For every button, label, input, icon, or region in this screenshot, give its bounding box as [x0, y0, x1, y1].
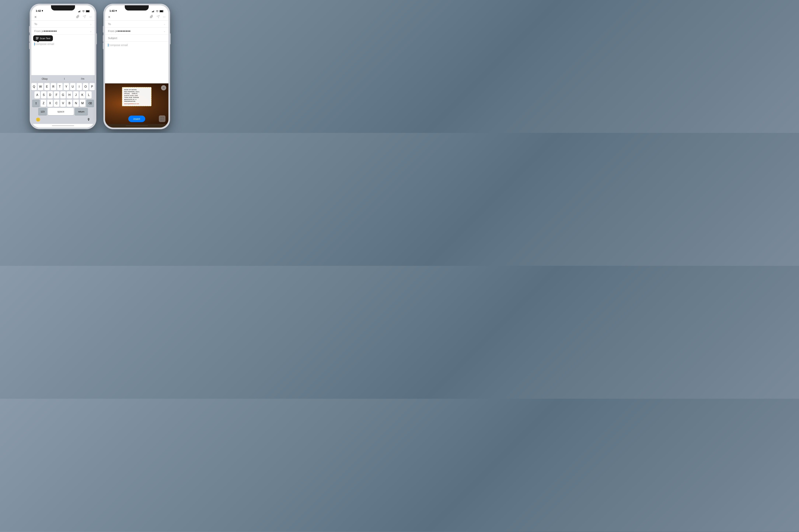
send-button-2[interactable]: [157, 15, 160, 19]
key-t[interactable]: T: [57, 83, 63, 90]
from-chevron-1: ⌄: [90, 30, 92, 32]
key-h[interactable]: H: [67, 91, 72, 99]
from-field-1[interactable]: From je■■■■■■■■ ⌄: [31, 27, 95, 35]
more-button-1[interactable]: ···: [89, 15, 92, 19]
svg-rect-14: [160, 11, 163, 12]
more-button-2[interactable]: ···: [163, 15, 165, 19]
key-row-2: A S D F G H J K L: [32, 91, 94, 99]
key-v[interactable]: V: [60, 100, 66, 107]
key-m[interactable]: M: [80, 100, 85, 107]
location-icon-2: [115, 10, 117, 12]
wifi-icon-1: [82, 10, 85, 12]
camera-close-button[interactable]: [161, 85, 166, 90]
send-button-1[interactable]: [83, 15, 86, 19]
attach-button-1[interactable]: [76, 15, 79, 19]
close-button-2[interactable]: ✕: [108, 15, 110, 19]
key-g[interactable]: G: [60, 91, 66, 99]
battery-icon-2: [160, 10, 164, 12]
key-n[interactable]: N: [73, 100, 79, 107]
svg-rect-0: [78, 12, 79, 12]
emoji-button-1[interactable]: 🙂: [36, 117, 40, 122]
svg-rect-17: [161, 119, 162, 120]
mail-header-icons-1: ···: [76, 15, 92, 19]
key-r[interactable]: R: [51, 83, 56, 90]
key-c[interactable]: C: [54, 100, 59, 107]
close-button-1[interactable]: ✕: [34, 15, 37, 19]
to-chevron-2: ⌄: [164, 23, 165, 25]
phone-1-screen: 1:42: [31, 5, 95, 128]
compose-area-1[interactable]: Scan Text Compose email: [31, 35, 95, 75]
notch-1: [51, 5, 75, 11]
key-shift[interactable]: ⇧: [32, 100, 40, 107]
from-value-1: je■■■■■■■■: [42, 30, 90, 32]
subject-field-2[interactable]: Subject: [105, 35, 168, 42]
key-a[interactable]: A: [34, 91, 40, 99]
key-u[interactable]: U: [70, 83, 75, 90]
svg-rect-9: [152, 12, 152, 12]
key-l[interactable]: L: [86, 91, 92, 99]
label-ingredients-text: MADE OF WATER,RED PEPPERS, SALT,SPICES, …: [124, 89, 149, 102]
signal-icon-1: [78, 10, 81, 12]
key-delete[interactable]: ⌫: [86, 100, 94, 107]
key-space[interactable]: space: [48, 108, 74, 115]
key-q[interactable]: Q: [31, 83, 37, 90]
key-w[interactable]: W: [38, 83, 43, 90]
compose-area-2[interactable]: Compose email: [105, 42, 168, 83]
key-b[interactable]: B: [67, 100, 72, 107]
insert-button[interactable]: insert: [128, 116, 145, 122]
to-label-1: To: [34, 22, 42, 25]
compose-placeholder-1: Compose email: [35, 42, 54, 45]
home-bar-1: [52, 125, 74, 126]
scan-icon: [36, 37, 39, 40]
scan-text-tooltip[interactable]: Scan Text: [33, 35, 53, 41]
key-z[interactable]: Z: [41, 100, 46, 107]
keyboard-1: Okay I I'm Q W E R T Y U I O P: [31, 75, 95, 124]
mail-compose-1: ✕ ··· To ⌄ From j: [31, 14, 95, 124]
to-field-2[interactable]: To ⌄: [105, 21, 168, 27]
attach-button-2[interactable]: [150, 15, 153, 19]
key-123[interactable]: 123: [38, 108, 47, 115]
svg-rect-3: [80, 10, 81, 12]
mic-button-1[interactable]: 🎙: [87, 118, 90, 121]
key-o[interactable]: O: [83, 83, 88, 90]
keyboard-bottom-bar-1: 🙂 🎙: [32, 116, 94, 123]
signal-icon-2: [152, 10, 155, 12]
key-return[interactable]: return: [75, 108, 88, 115]
key-p[interactable]: P: [89, 83, 95, 90]
home-indicator-2: [105, 124, 168, 128]
key-f[interactable]: F: [54, 91, 59, 99]
mail-toolbar-2: ✕ ···: [105, 14, 168, 21]
suggestion-okay[interactable]: Okay: [40, 77, 50, 80]
scan-camera-icon: [160, 117, 164, 120]
key-s[interactable]: S: [41, 91, 47, 99]
svg-rect-2: [79, 11, 80, 12]
key-y[interactable]: Y: [63, 83, 69, 90]
to-field-1[interactable]: To ⌄: [31, 21, 95, 27]
key-d[interactable]: D: [47, 91, 53, 99]
from-value-2: je■■■■■■■■: [115, 30, 164, 32]
from-label-2: From: [108, 30, 115, 33]
key-x[interactable]: X: [47, 100, 53, 107]
to-chevron-1: ⌄: [90, 23, 92, 25]
home-bar-2: [126, 125, 148, 126]
suggestion-i[interactable]: I: [62, 77, 67, 80]
svg-rect-6: [36, 37, 37, 38]
key-j[interactable]: J: [73, 91, 79, 99]
from-label-1: From: [34, 30, 42, 33]
key-i[interactable]: I: [76, 83, 82, 90]
key-k[interactable]: K: [79, 91, 85, 99]
insert-bar: insert: [105, 115, 168, 122]
camera-view: MADE OF WATER,RED PEPPERS, SALT,SPICES, …: [105, 83, 168, 124]
cursor-2: [108, 44, 108, 46]
svg-rect-16: [163, 117, 163, 118]
wifi-icon-2: [156, 10, 159, 12]
from-field-2[interactable]: From je■■■■■■■■ ⌄: [105, 27, 168, 35]
key-e[interactable]: E: [44, 83, 50, 90]
mail-toolbar-1: ✕ ···: [31, 14, 95, 21]
suggestion-im[interactable]: I'm: [79, 77, 86, 80]
status-time-1: 1:42: [36, 10, 43, 12]
status-icons-1: [78, 10, 90, 12]
battery-icon-1: [86, 10, 90, 12]
scan-icon-button[interactable]: [159, 115, 165, 122]
cursor-1: [34, 42, 35, 45]
